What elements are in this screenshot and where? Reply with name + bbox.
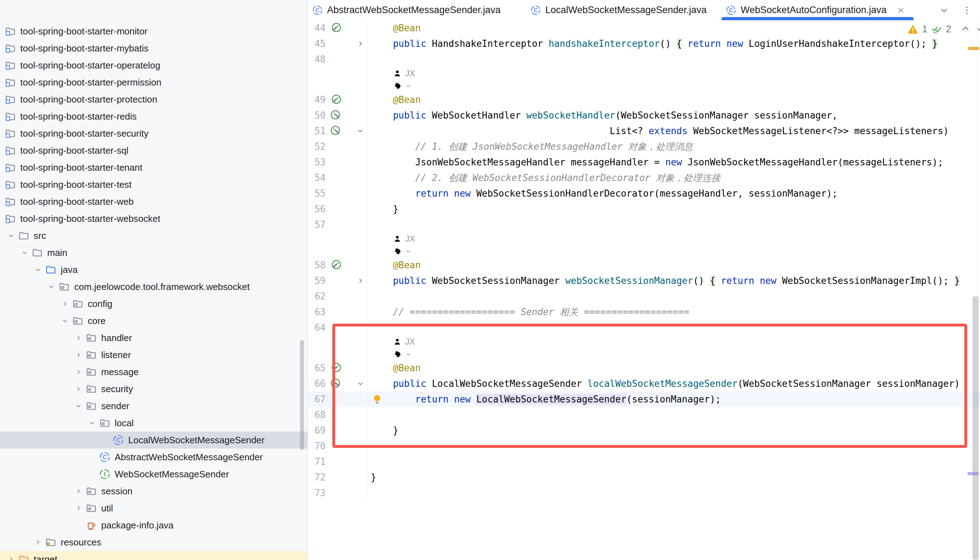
code-line-text[interactable]: } xyxy=(368,470,980,485)
tab-AbstractWebSocketMessageSender.java[interactable]: CAbstractWebSocketMessageSender.java xyxy=(308,0,516,20)
tree-item-tool-spring-boot-starter-redis[interactable]: tool-spring-boot-starter-redis xyxy=(0,108,307,125)
code-line-62[interactable]: 62 xyxy=(308,288,980,304)
code-line-text[interactable]: public WebSocketHandler webSocketHandler… xyxy=(368,108,980,123)
line-number[interactable]: 49 xyxy=(308,92,328,108)
code-line-66[interactable]: 66 public LocalWebSocketMessageSender lo… xyxy=(308,376,980,392)
tree-item-tool-spring-boot-starter-test[interactable]: tool-spring-boot-starter-test xyxy=(0,176,307,193)
chevron-down-icon[interactable] xyxy=(72,402,85,410)
spring-bean-hint-icon[interactable] xyxy=(393,246,405,256)
chevron-down-icon[interactable] xyxy=(18,249,31,257)
tree-item-src[interactable]: src xyxy=(0,227,307,244)
spring-bean-gutter-icon[interactable] xyxy=(328,20,344,36)
code-line-71[interactable]: 71 xyxy=(308,454,980,470)
tree-item-main[interactable]: main xyxy=(0,244,307,261)
tree-item-tool-spring-boot-starter-mybatis[interactable]: tool-spring-boot-starter-mybatis xyxy=(0,40,307,57)
line-number[interactable]: 54 xyxy=(308,170,328,186)
tab-LocalWebSocketMessageSender.java[interactable]: CLocalWebSocketMessageSender.java xyxy=(516,0,721,20)
line-number[interactable]: 55 xyxy=(308,186,328,201)
line-number[interactable]: 67 xyxy=(308,392,328,407)
chevron-right-icon[interactable] xyxy=(72,334,85,342)
spring-bean-hint-icon[interactable] xyxy=(393,349,405,359)
code-line-text[interactable] xyxy=(368,320,980,335)
code-line-text[interactable] xyxy=(368,485,980,501)
fold-closed-icon[interactable] xyxy=(344,273,368,288)
code-line-text[interactable]: public HandshakeInterceptor handshakeInt… xyxy=(368,36,980,52)
spring-bean-gutter-icon[interactable] xyxy=(328,257,344,273)
code-line-text[interactable]: @Bean xyxy=(368,257,980,273)
chevron-right-icon[interactable] xyxy=(31,538,45,546)
line-number[interactable]: 72 xyxy=(308,470,328,485)
tree-item-target[interactable]: target xyxy=(0,551,307,560)
code-line-49[interactable]: 49 @Bean xyxy=(308,92,980,108)
tree-item-tool-spring-boot-starter-security[interactable]: tool-spring-boot-starter-security xyxy=(0,125,307,142)
tree-item-tool-spring-boot-starter-web[interactable]: tool-spring-boot-starter-web xyxy=(0,193,307,210)
code-line-64[interactable]: 64 xyxy=(308,320,980,335)
code-line-57[interactable]: 57 xyxy=(308,217,980,232)
code-line-text[interactable]: } xyxy=(368,201,980,217)
editor-scrollbar[interactable] xyxy=(973,296,978,560)
line-number[interactable]: 71 xyxy=(308,454,328,470)
tree-item-tool-spring-boot-starter-permission[interactable]: tool-spring-boot-starter-permission xyxy=(0,74,307,91)
line-number[interactable]: 52 xyxy=(308,139,328,154)
code-line-text[interactable]: List<? extends WebSocketMessageListener<… xyxy=(368,123,980,139)
code-line-54[interactable]: 54 // 2. 创建 WebSocketSessionHandlerDecor… xyxy=(308,170,980,186)
line-number[interactable]: 57 xyxy=(308,217,328,232)
bean-hint-chevron-icon[interactable] xyxy=(405,248,415,255)
spring-bean-gutter-icon[interactable] xyxy=(328,360,344,376)
code-line-text[interactable]: // 1. 创建 JsonWebSocketMessageHandler 对象，… xyxy=(368,139,980,154)
chevron-down-icon[interactable] xyxy=(58,317,72,325)
project-tree-scrollbar[interactable] xyxy=(300,340,304,450)
code-line-text[interactable] xyxy=(368,52,980,67)
inspection-widget[interactable]: 1 2 xyxy=(907,23,980,35)
line-number[interactable]: 62 xyxy=(308,288,328,304)
code-line-67[interactable]: 67 return new LocalWebSocketMessageSende… xyxy=(308,392,980,407)
tree-item-handler[interactable]: handler xyxy=(0,329,307,347)
code-line-68[interactable]: 68 xyxy=(308,407,980,423)
chevron-down-icon[interactable] xyxy=(85,419,99,427)
fold-open-icon[interactable] xyxy=(344,123,368,139)
code-line-65[interactable]: 65 @Bean xyxy=(308,360,980,376)
author-inlay-label[interactable]: JX xyxy=(405,232,415,245)
tree-item-tool-spring-boot-starter-protection[interactable]: tool-spring-boot-starter-protection xyxy=(0,91,307,108)
chevron-right-icon[interactable] xyxy=(72,351,85,359)
spring-bean-hint-icon[interactable] xyxy=(393,81,405,91)
tree-item-tool-spring-boot-starter-sql[interactable]: tool-spring-boot-starter-sql xyxy=(0,142,307,159)
code-line-text[interactable] xyxy=(368,288,980,304)
tree-item-message[interactable]: message xyxy=(0,363,307,380)
code-line-53[interactable]: 53 JsonWebSocketMessageHandler messageHa… xyxy=(308,154,980,170)
bean-hint-chevron-icon[interactable] xyxy=(405,351,415,358)
tree-item-sender[interactable]: sender xyxy=(0,397,307,415)
code-line-text[interactable]: return new WebSocketSessionHandlerDecora… xyxy=(368,186,980,201)
line-number[interactable]: 45 xyxy=(308,36,328,52)
tree-item-AbstractWebSocketMessageSender[interactable]: CAbstractWebSocketMessageSender xyxy=(0,448,307,466)
code-line-48[interactable]: 48 xyxy=(308,52,980,67)
line-number[interactable]: 68 xyxy=(308,407,328,423)
error-stripe-warning-mark[interactable] xyxy=(968,47,979,50)
code-line-70[interactable]: 70 xyxy=(308,438,980,454)
tree-item-tool-spring-boot-starter-operatelog[interactable]: tool-spring-boot-starter-operatelog xyxy=(0,57,307,74)
tree-item-tool-spring-boot-starter-monitor[interactable]: tool-spring-boot-starter-monitor xyxy=(0,23,307,40)
previous-problem-icon[interactable] xyxy=(960,23,971,35)
code-line-63[interactable]: 63 // =================== Sender 相关 ====… xyxy=(308,304,980,320)
author-inlay-label[interactable]: JX xyxy=(405,67,415,80)
line-number[interactable]: 51 xyxy=(308,123,328,139)
code-viewport[interactable]: 44 @Bean45 public HandshakeInterceptor h… xyxy=(308,20,980,560)
line-number[interactable]: 59 xyxy=(308,273,328,288)
close-tab-icon[interactable] xyxy=(896,5,906,15)
code-line-text[interactable]: // =================== Sender 相关 =======… xyxy=(368,304,980,320)
bean-hint-inlay[interactable] xyxy=(308,348,980,360)
tree-item-config[interactable]: config xyxy=(0,295,307,312)
spring-bean-gutter-icon[interactable] xyxy=(328,123,344,139)
tree-item-com.jeelowcode.tool.framework.websocket[interactable]: com.jeelowcode.tool.framework.websocket xyxy=(0,278,307,295)
code-line-text[interactable] xyxy=(368,438,980,454)
next-problem-icon[interactable] xyxy=(975,23,980,35)
fold-closed-icon[interactable] xyxy=(344,36,368,52)
tab-WebSocketAutoConfiguration.java[interactable]: CWebSocketAutoConfiguration.java xyxy=(721,0,913,20)
code-line-50[interactable]: 50 public WebSocketHandler webSocketHand… xyxy=(308,108,980,123)
line-number[interactable]: 53 xyxy=(308,154,328,170)
code-line-text[interactable]: @Bean xyxy=(368,92,980,108)
tree-item-tool-spring-boot-starter-websocket[interactable]: tool-spring-boot-starter-websocket xyxy=(0,210,307,227)
spring-bean-gutter-icon[interactable] xyxy=(328,92,344,108)
code-line-text[interactable]: @Bean xyxy=(368,20,980,36)
code-line-58[interactable]: 58 @Bean xyxy=(308,257,980,273)
